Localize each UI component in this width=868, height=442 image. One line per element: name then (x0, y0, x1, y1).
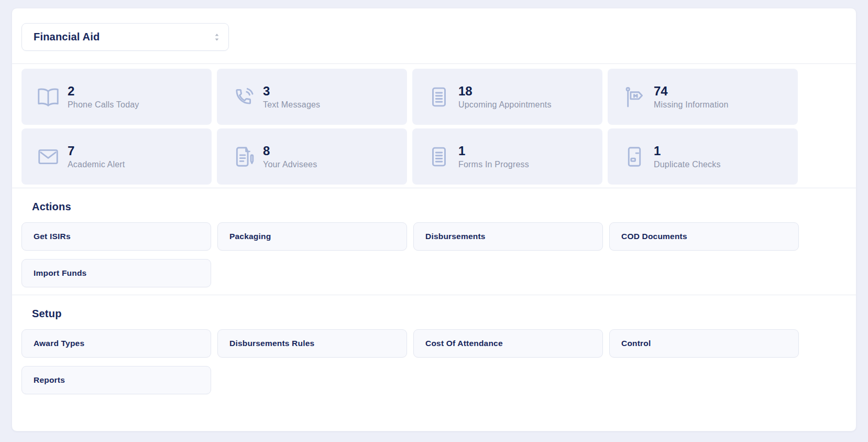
department-select-value: Financial Aid (34, 31, 100, 43)
stat-value: 1 (654, 144, 721, 158)
sections-container: Actions Get ISIRs Packaging Disbursement… (12, 188, 856, 402)
dashboard-card: Financial Aid 2 Phone Calls Today 3 Text… (12, 8, 856, 432)
header-section: Financial Aid (12, 8, 856, 63)
section: Actions Get ISIRs Packaging Disbursement… (12, 188, 856, 295)
disbursements-rules-button[interactable]: Disbursements Rules (217, 329, 407, 358)
flag-icon (622, 85, 646, 109)
stat-card[interactable]: 18 Upcoming Appointments (412, 69, 602, 125)
stat-label: Forms In Progress (458, 160, 529, 169)
action-button-label: Import Funds (34, 268, 86, 278)
document-pencil-icon (232, 145, 256, 169)
stat-card[interactable]: 1 Duplicate Checks (608, 128, 798, 185)
action-button-label: Get ISIRs (34, 232, 71, 241)
packaging-button[interactable]: Packaging (217, 222, 407, 251)
money-check-icon (622, 145, 646, 169)
stat-value: 8 (263, 144, 317, 158)
action-button-label: Disbursements (425, 232, 486, 241)
get-isirs-button[interactable]: Get ISIRs (21, 222, 211, 251)
phone-volume-icon (232, 85, 256, 109)
stat-card[interactable]: 7 Academic Alert (21, 128, 212, 185)
document-lines-icon (427, 85, 451, 109)
stat-label: Duplicate Checks (654, 160, 721, 169)
section-title: Setup (32, 308, 847, 320)
stat-card[interactable]: 74 Missing Information (608, 69, 798, 125)
stat-value: 7 (68, 144, 125, 158)
action-button-label: Packaging (229, 232, 271, 241)
stat-value: 18 (458, 84, 552, 99)
stat-label: Missing Information (654, 100, 729, 110)
action-button-label: Control (621, 339, 651, 348)
section: Setup Award Types Disbursements Rules Co… (12, 295, 856, 402)
stat-label: Upcoming Appointments (458, 100, 552, 110)
stat-value: 2 (68, 84, 139, 99)
stat-card[interactable]: 8 Your Advisees (217, 128, 407, 185)
action-button-label: Cost Of Attendance (425, 339, 503, 348)
award-types-button[interactable]: Award Types (21, 329, 211, 358)
action-button-label: COD Documents (621, 232, 687, 241)
document-lines-icon (427, 145, 451, 169)
stat-label: Academic Alert (68, 160, 125, 169)
section-button-grid: Award Types Disbursements Rules Cost Of … (21, 329, 847, 394)
stat-label: Your Advisees (263, 160, 317, 169)
disbursements-button[interactable]: Disbursements (413, 222, 603, 251)
action-button-label: Disbursements Rules (229, 339, 314, 348)
stat-label: Text Messages (263, 100, 320, 110)
control-button[interactable]: Control (609, 329, 799, 358)
import-funds-button[interactable]: Import Funds (21, 259, 211, 287)
stat-label: Phone Calls Today (68, 100, 139, 110)
book-open-icon (36, 85, 60, 109)
stat-card[interactable]: 2 Phone Calls Today (21, 69, 212, 125)
action-button-label: Award Types (34, 339, 84, 348)
stat-value: 74 (654, 84, 729, 99)
department-select[interactable]: Financial Aid (21, 23, 229, 51)
stat-card[interactable]: 3 Text Messages (217, 69, 407, 125)
section-title: Actions (32, 201, 847, 213)
cod-documents-button[interactable]: COD Documents (609, 222, 799, 251)
envelope-icon (36, 145, 60, 169)
stat-value: 3 (263, 84, 320, 99)
stat-value: 1 (458, 144, 529, 158)
section-button-grid: Get ISIRs Packaging Disbursements COD Do… (21, 222, 847, 287)
select-updown-icon (214, 33, 220, 42)
cost-of-attendance-button[interactable]: Cost Of Attendance (413, 329, 603, 358)
reports-button[interactable]: Reports (21, 366, 211, 394)
action-button-label: Reports (34, 375, 65, 385)
stats-grid: 2 Phone Calls Today 3 Text Messages 18 U… (12, 64, 856, 188)
stat-card[interactable]: 1 Forms In Progress (412, 128, 602, 185)
